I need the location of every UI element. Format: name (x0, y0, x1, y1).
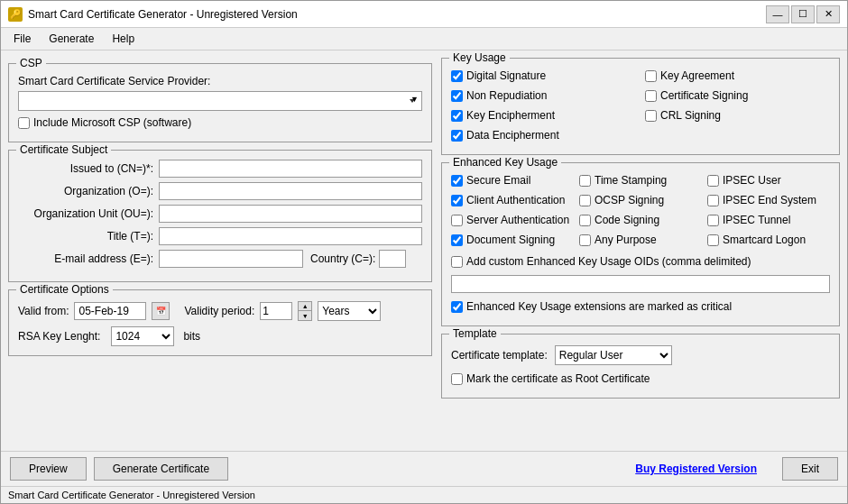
include-microsoft-checkbox[interactable] (18, 117, 30, 129)
ku-digital-sig-cb[interactable] (451, 70, 463, 82)
ou-input[interactable] (159, 205, 422, 223)
template-label: Certificate template: (451, 349, 548, 362)
ku-digital-sig: Digital Signature (451, 69, 636, 82)
window-controls: — ☐ ✕ (766, 5, 840, 23)
key-usage-grid: Digital Signature Key Agreement Non Repu… (451, 69, 830, 145)
valid-from-row: Valid from: 📅 Validity period: ▲ ▼ Years… (18, 301, 422, 321)
critical-checkbox[interactable] (451, 301, 463, 313)
custom-oid-checkbox[interactable] (451, 256, 463, 268)
email-input[interactable] (159, 250, 303, 268)
ku-key-encipherment-cb[interactable] (451, 110, 463, 122)
template-title: Template (449, 327, 501, 340)
ku-non-repudiation: Non Repudiation (451, 89, 636, 102)
eku-any-purpose-cb[interactable] (579, 234, 591, 246)
csp-dropdown-wrapper (18, 87, 422, 111)
ku-crl-signing: CRL Signing (645, 109, 830, 122)
eku-document-signing: Document Signing (451, 234, 574, 246)
cn-row: Issued to (CN=)*: (18, 160, 422, 178)
rsa-label: RSA Key Lenght: (18, 330, 100, 343)
eku-client-auth: Client Authentication (451, 194, 574, 206)
title-input[interactable] (159, 227, 422, 245)
eku-ipsec-user-cb[interactable] (707, 175, 719, 187)
ku-non-repudiation-cb[interactable] (451, 90, 463, 102)
csp-label: Smart Card Certificate Service Provider: (18, 75, 210, 87)
ku-crl-signing-cb[interactable] (645, 110, 657, 122)
eku-ipsec-tunnel-cb[interactable] (707, 215, 719, 226)
spinner-up[interactable]: ▲ (299, 302, 311, 311)
eku-client-auth-label: Client Authentication (466, 194, 565, 206)
eku-ipsec-user-label: IPSEC User (723, 174, 781, 187)
rsa-select[interactable]: 1024 2048 4096 (111, 326, 174, 346)
ku-data-encipherment-cb[interactable] (451, 130, 463, 142)
exit-button[interactable]: Exit (782, 457, 838, 481)
valid-from-input[interactable] (74, 302, 146, 320)
generate-button[interactable]: Generate Certificate (94, 457, 228, 481)
eku-code-signing-cb[interactable] (579, 215, 591, 226)
key-usage-group: Key Usage Digital Signature Key Agreemen… (441, 58, 840, 155)
app-icon: 🔑 (8, 7, 23, 22)
calendar-button[interactable]: 📅 (152, 302, 170, 320)
eku-any-purpose: Any Purpose (579, 234, 702, 246)
right-panel: Key Usage Digital Signature Key Agreemen… (441, 58, 840, 444)
eku-client-auth-cb[interactable] (451, 195, 463, 206)
csp-group: CSP Smart Card Certificate Service Provi… (8, 63, 432, 142)
minimize-button[interactable]: — (766, 5, 789, 23)
custom-oid-input[interactable] (451, 275, 830, 293)
org-input[interactable] (159, 182, 422, 200)
eku-ocsp-signing-cb[interactable] (579, 195, 591, 206)
eku-time-stamping-cb[interactable] (579, 175, 591, 187)
eku-code-signing-label: Code Signing (595, 214, 659, 226)
ku-data-encipherment: Data Encipherment (451, 129, 636, 142)
eku-secure-email-label: Secure Email (466, 174, 530, 187)
eku-any-purpose-label: Any Purpose (595, 234, 657, 246)
eku-smartcard-logon: Smartcard Logon (707, 234, 830, 246)
eku-grid: Secure Email Time Stamping IPSEC User Cl… (451, 174, 830, 250)
cn-label: Issued to (CN=)*: (18, 162, 153, 175)
validity-period-label: Validity period: (184, 305, 254, 317)
eku-ipsec-user: IPSEC User (707, 174, 830, 187)
eku-secure-email-cb[interactable] (451, 175, 463, 187)
certificate-subject-group: Certificate Subject Issued to (CN=)*: Or… (8, 150, 432, 282)
validity-period-input[interactable] (260, 302, 292, 320)
template-content: Certificate template: Regular User Smart… (451, 345, 830, 385)
country-input[interactable] (379, 250, 406, 268)
menu-file[interactable]: File (5, 30, 40, 48)
critical-row: Enhanced Key Usage extensions are marked… (451, 300, 830, 313)
status-bar: Smart Card Certificate Generator - Unreg… (1, 486, 847, 503)
include-microsoft-row: Include Microsoft CSP (software) (18, 116, 422, 129)
custom-oid-row: Add custom Enhanced Key Usage OIDs (comm… (451, 255, 830, 268)
ku-key-agreement: Key Agreement (645, 69, 830, 82)
eku-document-signing-cb[interactable] (451, 234, 463, 246)
email-row: E-mail address (E=): Country (C=): (18, 250, 422, 268)
root-cert-checkbox[interactable] (451, 373, 463, 385)
ku-key-agreement-cb[interactable] (645, 70, 657, 82)
custom-oid-label: Add custom Enhanced Key Usage OIDs (comm… (466, 255, 751, 268)
eku-ipsec-end-system-cb[interactable] (707, 195, 719, 206)
eku-smartcard-logon-cb[interactable] (707, 234, 719, 246)
eku-server-auth-cb[interactable] (451, 215, 463, 226)
csp-dropdown[interactable] (18, 91, 422, 111)
eku-ipsec-tunnel: IPSEC Tunnel (707, 214, 830, 226)
critical-label: Enhanced Key Usage extensions are marked… (466, 300, 732, 313)
menu-help[interactable]: Help (103, 30, 143, 48)
buy-link[interactable]: Buy Registered Version (635, 463, 757, 475)
menu-bar: File Generate Help (1, 28, 847, 50)
template-select[interactable]: Regular User Smart Card Logon Custom (555, 345, 672, 365)
ku-cert-signing-cb[interactable] (645, 90, 657, 102)
close-button[interactable]: ✕ (816, 5, 840, 23)
certificate-options-group: Certificate Options Valid from: 📅 Validi… (8, 289, 432, 356)
ku-crl-signing-label: CRL Signing (660, 109, 721, 122)
country-label: Country (C=): (310, 252, 375, 265)
org-label: Organization (O=): (18, 185, 153, 197)
period-unit-select[interactable]: Years Months Days (318, 301, 381, 321)
ku-non-repudiation-label: Non Repudiation (466, 89, 547, 102)
maximize-button[interactable]: ☐ (791, 5, 815, 23)
root-cert-row: Mark the certificate as Root Certificate (451, 372, 830, 385)
spinner-down[interactable]: ▼ (299, 311, 311, 320)
org-row: Organization (O=): (18, 182, 422, 200)
preview-button[interactable]: Preview (10, 457, 87, 481)
eku-ipsec-tunnel-label: IPSEC Tunnel (723, 214, 790, 226)
cn-input[interactable] (159, 160, 422, 178)
eku-server-auth: Server Authentication (451, 214, 574, 226)
menu-generate[interactable]: Generate (40, 30, 103, 48)
